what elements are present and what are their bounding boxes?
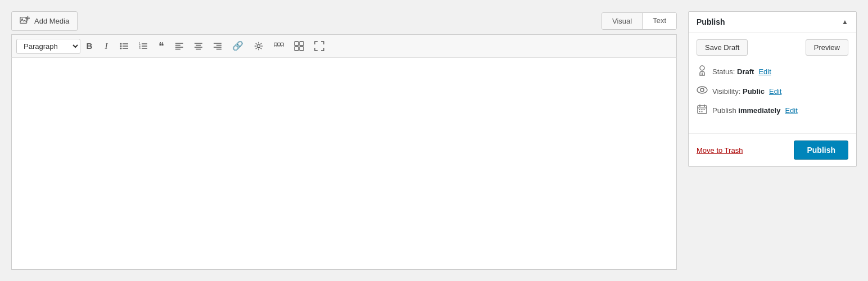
svg-rect-56 xyxy=(704,109,705,110)
move-to-trash-link[interactable]: Move to Trash xyxy=(697,146,743,155)
svg-text:3.: 3. xyxy=(139,46,141,49)
visibility-icon xyxy=(697,86,708,96)
svg-line-34 xyxy=(260,48,261,49)
status-row: Status: Draft Edit xyxy=(697,65,848,78)
publish-panel-title: Publish xyxy=(697,17,725,26)
publish-time-label: Publish immediately xyxy=(712,106,780,115)
svg-rect-44 xyxy=(300,47,304,51)
kitchensink-button[interactable] xyxy=(249,38,268,54)
svg-rect-57 xyxy=(699,111,700,112)
editor-area: Add Media Visual Text Paragraph Heading … xyxy=(11,11,677,270)
ordered-list-button[interactable]: 1.2.3. xyxy=(134,38,152,54)
format-select[interactable]: Paragraph Heading 1 Heading 2 Heading 3 … xyxy=(16,39,80,54)
svg-point-45 xyxy=(700,66,704,70)
status-icon xyxy=(697,65,708,78)
preview-button[interactable]: Preview xyxy=(806,39,848,56)
visibility-label: Visibility: Public xyxy=(712,87,765,96)
svg-point-48 xyxy=(697,87,707,93)
svg-line-35 xyxy=(260,43,261,44)
insert-link-button[interactable]: 🔗 xyxy=(228,38,248,54)
svg-rect-43 xyxy=(295,47,299,51)
publish-time-row: Publish immediately Edit xyxy=(697,104,848,116)
save-draft-button[interactable]: Save Draft xyxy=(697,39,748,56)
svg-rect-42 xyxy=(300,42,304,46)
calendar-icon xyxy=(697,104,708,116)
grid-view-button[interactable] xyxy=(290,38,309,54)
align-right-button[interactable] xyxy=(209,38,227,54)
bold-button[interactable]: B xyxy=(82,38,97,54)
blockquote-button[interactable]: ❝ xyxy=(153,38,169,54)
svg-rect-58 xyxy=(702,111,703,112)
publish-panel: Publish ▲ Save Draft Preview Status: Dra… xyxy=(688,11,857,167)
svg-point-4 xyxy=(120,43,122,45)
tab-visual[interactable]: Visual xyxy=(602,13,643,29)
status-value: Draft xyxy=(737,67,754,76)
more-tag-button[interactable] xyxy=(269,38,288,54)
add-media-button[interactable]: Add Media xyxy=(11,11,78,31)
sidebar: Publish ▲ Save Draft Preview Status: Dra… xyxy=(688,11,857,270)
svg-rect-39 xyxy=(278,43,281,46)
visibility-row: Visibility: Public Edit xyxy=(697,86,848,96)
publish-actions: Save Draft Preview xyxy=(697,39,848,56)
svg-rect-55 xyxy=(702,109,703,110)
add-media-icon xyxy=(20,15,30,27)
visibility-value: Public xyxy=(743,87,765,96)
svg-line-33 xyxy=(256,43,257,44)
panel-toggle-button[interactable]: ▲ xyxy=(842,19,848,25)
publish-time-edit-link[interactable]: Edit xyxy=(785,106,797,115)
svg-rect-41 xyxy=(295,42,299,46)
publish-footer: Move to Trash Publish xyxy=(689,133,856,166)
publish-panel-header: Publish ▲ xyxy=(689,12,856,33)
align-center-button[interactable] xyxy=(189,38,207,54)
publish-time-value: immediately xyxy=(738,106,780,115)
svg-rect-38 xyxy=(274,43,277,46)
svg-rect-40 xyxy=(281,43,283,46)
editor-toolbar: Paragraph Heading 1 Heading 2 Heading 3 … xyxy=(11,34,677,57)
italic-button[interactable]: I xyxy=(98,38,114,54)
svg-point-28 xyxy=(257,44,260,47)
svg-line-36 xyxy=(256,48,257,49)
svg-rect-54 xyxy=(699,109,700,110)
unordered-list-button[interactable] xyxy=(115,38,133,54)
view-tabs: Visual Text xyxy=(602,12,677,30)
visibility-edit-link[interactable]: Edit xyxy=(769,87,781,96)
editor-top-bar: Add Media Visual Text xyxy=(11,11,677,31)
svg-point-8 xyxy=(120,48,122,49)
status-label: Status: Draft xyxy=(712,67,754,76)
tab-text[interactable]: Text xyxy=(643,13,676,29)
publish-panel-body: Save Draft Preview Status: Draft Edit xyxy=(689,33,856,131)
svg-point-47 xyxy=(702,74,703,75)
fullscreen-button[interactable] xyxy=(310,38,329,54)
status-edit-link[interactable]: Edit xyxy=(758,67,771,76)
svg-point-49 xyxy=(700,88,704,92)
publish-button[interactable]: Publish xyxy=(794,140,848,160)
editor-content[interactable] xyxy=(11,57,677,270)
align-left-button[interactable] xyxy=(170,38,188,54)
svg-point-6 xyxy=(120,46,122,47)
add-media-label: Add Media xyxy=(34,17,69,25)
